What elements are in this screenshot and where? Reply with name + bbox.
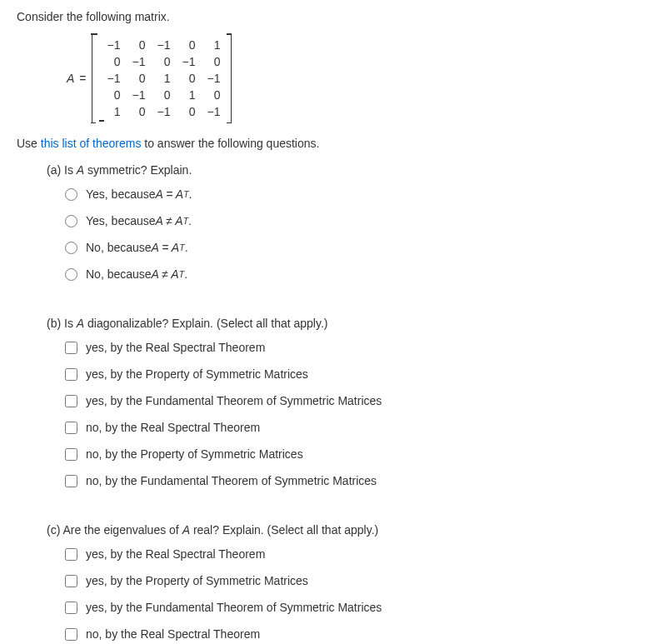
matrix-cell: −1 bbox=[199, 103, 224, 120]
matrix-cell: 0 bbox=[174, 70, 199, 87]
part-c-option-label: yes, by the Fundamental Theorem of Symme… bbox=[86, 601, 382, 614]
part-c-checkbox-3[interactable] bbox=[65, 628, 77, 641]
part-a-option-label: Yes, because A ≠ AT. bbox=[86, 214, 192, 227]
matrix-cell: 0 bbox=[149, 53, 174, 70]
part-c-var: A bbox=[182, 523, 190, 537]
matrix-row: 10−10−1 bbox=[99, 103, 224, 120]
matrix-cell: 1 bbox=[199, 37, 224, 53]
matrix-cell: 0 bbox=[99, 87, 124, 103]
matrix-cell: −1 bbox=[99, 37, 124, 53]
matrix-bracket: −10−1010−10−10−1010−10−101010−10−1 bbox=[92, 33, 232, 123]
part-c-option-label: yes, by the Property of Symmetric Matric… bbox=[86, 574, 308, 587]
theorems-link[interactable]: this list of theorems bbox=[41, 137, 142, 150]
part-c-option: yes, by the Real Spectral Theorem bbox=[65, 545, 652, 563]
matrix-cell: 0 bbox=[174, 37, 199, 53]
part-c-suffix: real? Explain. (Select all that apply.) bbox=[190, 523, 378, 537]
part-c-checkbox-0[interactable] bbox=[65, 548, 77, 561]
matrix-body: −10−1010−10−10−1010−10−101010−10−1 bbox=[99, 37, 224, 120]
part-b-option-label: yes, by the Fundamental Theorem of Symme… bbox=[86, 394, 382, 407]
part-b-var: A bbox=[77, 317, 84, 330]
matrix-cell: 1 bbox=[174, 87, 199, 103]
matrix-cell: −1 bbox=[99, 70, 124, 87]
part-c-checkbox-1[interactable] bbox=[65, 575, 77, 587]
part-b-label: (b) Is bbox=[47, 317, 77, 330]
part-b-option: yes, by the Fundamental Theorem of Symme… bbox=[65, 392, 652, 410]
part-a-label: (a) Is bbox=[47, 163, 77, 177]
instruction-line: Use this list of theorems to answer the … bbox=[17, 137, 652, 150]
matrix-cell: −1 bbox=[124, 53, 149, 70]
part-a-var: A bbox=[77, 163, 84, 177]
matrix-cell: 0 bbox=[124, 70, 149, 87]
part-b-checkbox-3[interactable] bbox=[65, 422, 77, 434]
matrix-cell: 1 bbox=[149, 70, 174, 87]
part-b-suffix: diagonalizable? Explain. (Select all tha… bbox=[84, 317, 327, 330]
matrix-row: −10−101 bbox=[99, 37, 224, 53]
part-b-option: no, by the Property of Symmetric Matrice… bbox=[65, 445, 652, 463]
part-a-question: (a) Is A symmetric? Explain. bbox=[47, 163, 652, 177]
matrix-var: A bbox=[67, 72, 74, 85]
matrix-row: 0−1010 bbox=[99, 87, 224, 103]
part-a-option-label: No, because A ≠ AT. bbox=[86, 267, 187, 281]
matrix-cell: 0 bbox=[174, 103, 199, 120]
matrix-cell: −1 bbox=[149, 37, 174, 53]
part-b-checkbox-4[interactable] bbox=[65, 448, 77, 461]
matrix-cell: 1 bbox=[99, 103, 124, 120]
part-b-question: (b) Is A diagonalizable? Explain. (Selec… bbox=[47, 317, 652, 330]
matrix-row: −1010−1 bbox=[99, 70, 224, 87]
part-c: (c) Are the eigenvalues of A real? Expla… bbox=[47, 523, 652, 644]
part-c-option: yes, by the Property of Symmetric Matric… bbox=[65, 572, 652, 590]
matrix-cell: 0 bbox=[124, 37, 149, 53]
part-a-option: Yes, because A ≠ AT. bbox=[65, 212, 652, 230]
part-b-option-label: no, by the Property of Symmetric Matrice… bbox=[86, 447, 303, 461]
part-a-option: No, because A = AT. bbox=[65, 238, 652, 257]
matrix-display: A = −10−1010−10−10−1010−10−101010−10−1 bbox=[67, 33, 652, 123]
part-c-option: no, by the Real Spectral Theorem bbox=[65, 625, 652, 643]
matrix-cell: 0 bbox=[124, 103, 149, 120]
part-a-option: Yes, because A = AT. bbox=[65, 185, 652, 203]
part-c-checkbox-2[interactable] bbox=[65, 602, 77, 614]
matrix-equals: = bbox=[79, 72, 86, 85]
matrix-cell: 0 bbox=[199, 53, 224, 70]
part-a-suffix: symmetric? Explain. bbox=[84, 163, 192, 177]
part-c-option-label: no, by the Real Spectral Theorem bbox=[86, 627, 260, 641]
matrix-cell: −1 bbox=[124, 87, 149, 103]
part-c-question: (c) Are the eigenvalues of A real? Expla… bbox=[47, 523, 652, 537]
part-b-option-label: yes, by the Real Spectral Theorem bbox=[86, 341, 265, 354]
part-c-option: yes, by the Fundamental Theorem of Symme… bbox=[65, 598, 652, 617]
part-c-option-label: yes, by the Real Spectral Theorem bbox=[86, 547, 265, 561]
part-b-checkbox-5[interactable] bbox=[65, 475, 77, 487]
part-a-radio-0[interactable] bbox=[65, 188, 77, 201]
part-b: (b) Is A diagonalizable? Explain. (Selec… bbox=[47, 317, 652, 490]
part-a: (a) Is A symmetric? Explain. Yes, becaus… bbox=[47, 163, 652, 283]
matrix-cell: 0 bbox=[149, 87, 174, 103]
matrix-cell: −1 bbox=[149, 103, 174, 120]
matrix-cell: 0 bbox=[99, 53, 124, 70]
part-a-radio-2[interactable] bbox=[65, 242, 77, 254]
part-b-option-label: no, by the Fundamental Theorem of Symmet… bbox=[86, 474, 377, 487]
part-a-option: No, because A ≠ AT. bbox=[65, 265, 652, 283]
matrix-cell: −1 bbox=[174, 53, 199, 70]
matrix-row: 0−10−10 bbox=[99, 53, 224, 70]
matrix-cell: 0 bbox=[199, 87, 224, 103]
part-b-option-label: yes, by the Property of Symmetric Matric… bbox=[86, 367, 308, 381]
part-c-label: (c) Are the eigenvalues of bbox=[47, 523, 182, 537]
part-a-radio-3[interactable] bbox=[65, 268, 77, 281]
part-a-option-label: Yes, because A = AT. bbox=[86, 187, 192, 201]
matrix-cell: −1 bbox=[199, 70, 224, 87]
part-b-checkbox-1[interactable] bbox=[65, 368, 77, 381]
intro-text: Consider the following matrix. bbox=[17, 10, 652, 23]
part-b-checkbox-0[interactable] bbox=[65, 342, 77, 354]
instruction-prefix: Use bbox=[17, 137, 41, 150]
part-b-option: yes, by the Real Spectral Theorem bbox=[65, 338, 652, 357]
part-a-option-label: No, because A = AT. bbox=[86, 241, 188, 254]
instruction-suffix: to answer the following questions. bbox=[141, 137, 319, 150]
part-b-option: no, by the Real Spectral Theorem bbox=[65, 418, 652, 437]
part-b-option: yes, by the Property of Symmetric Matric… bbox=[65, 365, 652, 383]
part-a-radio-1[interactable] bbox=[65, 215, 77, 227]
part-b-option: no, by the Fundamental Theorem of Symmet… bbox=[65, 472, 652, 490]
part-b-option-label: no, by the Real Spectral Theorem bbox=[86, 421, 260, 434]
part-b-checkbox-2[interactable] bbox=[65, 395, 77, 407]
